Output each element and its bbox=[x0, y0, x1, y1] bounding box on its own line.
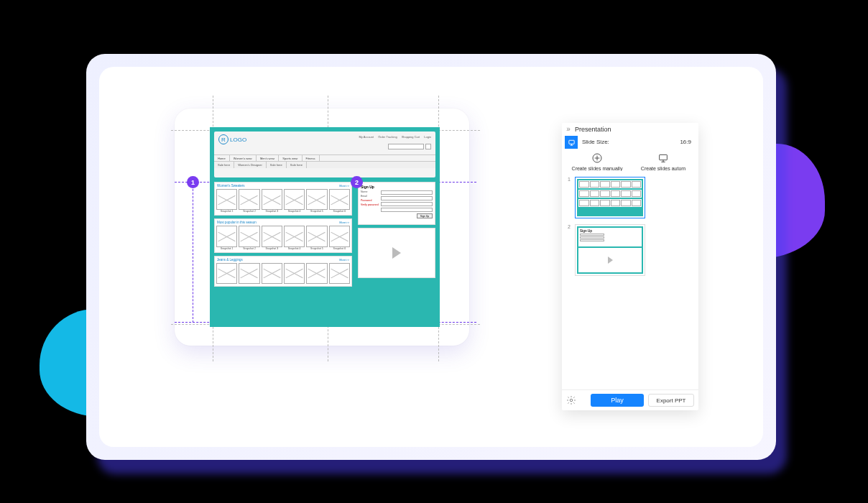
wf-nav-primary: Home Women's wear Men's wear Sports wear… bbox=[214, 154, 435, 162]
slide-list: 1 2 bbox=[562, 175, 698, 283]
wf-section: Most popular in this season More>> Snaps… bbox=[214, 218, 352, 252]
slide-size-row: Slide Size: 16:9 bbox=[562, 134, 698, 149]
slide-size-value[interactable]: 16:9 bbox=[680, 139, 691, 145]
wf-thumb-caption: Snapshot 3 bbox=[262, 247, 282, 250]
wf-nav-item[interactable]: Sale here bbox=[214, 162, 234, 168]
selection-badge-2: 2 bbox=[351, 176, 363, 188]
wf-search-input[interactable] bbox=[388, 144, 424, 149]
action-label: Create slides manually bbox=[572, 166, 623, 171]
wf-nav-secondary: Sale here Women's Designer Sale here Sal… bbox=[214, 162, 435, 168]
app-window-inner: 1 2 R LOGO My Account Order Tracking Sho… bbox=[99, 67, 763, 447]
wf-signup-label: Verify password bbox=[361, 203, 379, 206]
wf-more-link[interactable]: More>> bbox=[339, 221, 349, 224]
wf-top-links: My Account Order Tracking Shopping Cart … bbox=[359, 135, 431, 139]
wf-signup-input[interactable] bbox=[381, 190, 433, 195]
wf-signup-title: Sign Up bbox=[361, 185, 433, 189]
auto-slides-icon bbox=[657, 152, 670, 165]
wf-video-box[interactable] bbox=[358, 228, 435, 278]
wf-logo-text: LOGO bbox=[230, 137, 246, 143]
wf-header: R LOGO My Account Order Tracking Shoppin… bbox=[214, 131, 435, 177]
slide-size-label: Slide Size: bbox=[582, 139, 609, 145]
wf-side-column: Sign Up Name Email Password Verify passw… bbox=[358, 182, 435, 278]
slide-thumbnail[interactable]: Sign Up bbox=[575, 224, 645, 276]
placeholder-image-icon bbox=[216, 226, 237, 246]
placeholder-image-icon bbox=[284, 189, 305, 210]
action-label: Create slides autom bbox=[641, 166, 685, 171]
play-button[interactable]: Play bbox=[591, 394, 644, 407]
svg-rect-0 bbox=[568, 140, 573, 144]
registered-icon: R bbox=[218, 134, 228, 144]
svg-point-3 bbox=[570, 399, 573, 402]
wf-signup-label: Email bbox=[361, 195, 379, 198]
placeholder-image-icon bbox=[306, 263, 327, 284]
wf-signup-box: Sign Up Name Email Password Verify passw… bbox=[358, 182, 435, 225]
wf-top-link[interactable]: Login bbox=[424, 135, 431, 139]
placeholder-image-icon bbox=[306, 189, 327, 210]
wf-nav-item[interactable]: Women's wear bbox=[230, 155, 257, 161]
wf-section-title: Jeans & Leggings bbox=[215, 257, 351, 263]
placeholder-image-icon bbox=[216, 189, 237, 210]
slide-number: 2 bbox=[568, 224, 572, 276]
wf-nav-item[interactable]: Sale here bbox=[267, 162, 287, 168]
wf-thumb-caption: Snapshot 2 bbox=[239, 210, 259, 213]
selection-badge-1: 1 bbox=[187, 176, 199, 188]
wf-signup-button[interactable]: Sign Up bbox=[417, 213, 433, 218]
presentation-panel: » Presentation Slide Size: 16:9 Create s… bbox=[562, 123, 698, 410]
presentation-tab-icon[interactable] bbox=[565, 136, 578, 149]
wf-top-link[interactable]: Order Tracking bbox=[378, 135, 397, 139]
wf-section: Women's Sweaters More>> Snapshot 1 Snaps… bbox=[214, 182, 352, 216]
wf-more-link[interactable]: More>> bbox=[339, 184, 349, 188]
slide-item-1[interactable]: 1 bbox=[568, 177, 693, 218]
wf-logo: R LOGO bbox=[218, 134, 246, 144]
placeholder-image-icon bbox=[262, 226, 282, 246]
wf-section-title: Most popular in this season bbox=[215, 219, 351, 226]
wf-top-link[interactable]: Shopping Cart bbox=[402, 135, 420, 139]
wf-thumb-caption: Snapshot 5 bbox=[306, 247, 327, 250]
placeholder-image-icon bbox=[284, 226, 305, 246]
wf-nav-item[interactable]: Women's Designer bbox=[234, 162, 267, 168]
placeholder-image-icon bbox=[262, 189, 282, 210]
wf-signup-input[interactable] bbox=[381, 196, 433, 200]
wf-section: Jeans & Leggings More>> bbox=[214, 256, 352, 287]
play-icon bbox=[608, 257, 613, 264]
gear-icon[interactable] bbox=[566, 395, 576, 405]
placeholder-image-icon bbox=[329, 189, 350, 210]
wf-thumb-caption: Snapshot 1 bbox=[216, 247, 237, 250]
create-slides-manually-button[interactable]: Create slides manually bbox=[568, 152, 627, 171]
wf-top-link[interactable]: My Account bbox=[359, 135, 374, 139]
plus-circle-icon bbox=[591, 152, 604, 165]
slide-number: 1 bbox=[568, 177, 572, 218]
placeholder-image-icon bbox=[262, 263, 282, 284]
wf-nav-item[interactable]: Sports wear bbox=[279, 155, 302, 161]
collapse-icon[interactable]: » bbox=[562, 123, 575, 134]
slide-item-2[interactable]: 2 Sign Up bbox=[568, 224, 693, 276]
wf-thumb-caption: Snapshot 3 bbox=[262, 210, 282, 213]
svg-rect-2 bbox=[660, 154, 668, 160]
wf-thumb-caption: Snapshot 1 bbox=[216, 210, 237, 213]
wf-main-column: Women's Sweaters More>> Snapshot 1 Snaps… bbox=[214, 182, 352, 290]
wf-nav-item[interactable]: Fitness bbox=[303, 155, 320, 161]
wf-thumb-caption: Snapshot 2 bbox=[239, 247, 259, 250]
wf-nav-item[interactable]: Home bbox=[214, 155, 230, 161]
wf-more-link[interactable]: More>> bbox=[339, 258, 349, 262]
slide-thumbnail[interactable] bbox=[575, 177, 645, 218]
export-ppt-button[interactable]: Export PPT bbox=[648, 394, 694, 407]
wf-nav-item[interactable]: Sale here bbox=[287, 162, 307, 168]
placeholder-image-icon bbox=[239, 263, 259, 284]
placeholder-image-icon bbox=[329, 226, 350, 246]
wf-signup-input[interactable] bbox=[381, 202, 433, 206]
wf-signup-label: Name bbox=[361, 190, 379, 193]
wf-thumb-caption: Snapshot 4 bbox=[284, 210, 305, 213]
create-slides-auto-button[interactable]: Create slides autom bbox=[634, 152, 693, 171]
wf-nav-item[interactable]: Men's wear bbox=[257, 155, 279, 161]
wf-signup-input[interactable] bbox=[381, 208, 433, 212]
wf-search bbox=[388, 144, 431, 149]
wf-thumb-caption: Snapshot 6 bbox=[329, 247, 350, 250]
placeholder-image-icon bbox=[216, 263, 237, 284]
wf-thumb-caption: Snapshot 6 bbox=[329, 210, 350, 213]
app-window: 1 2 R LOGO My Account Order Tracking Sho… bbox=[86, 54, 776, 460]
wf-section-title: Women's Sweaters bbox=[215, 183, 351, 189]
mini-signup-title: Sign Up bbox=[580, 229, 640, 233]
wf-search-button[interactable] bbox=[425, 144, 431, 149]
wireframe[interactable]: R LOGO My Account Order Tracking Shoppin… bbox=[210, 127, 440, 327]
